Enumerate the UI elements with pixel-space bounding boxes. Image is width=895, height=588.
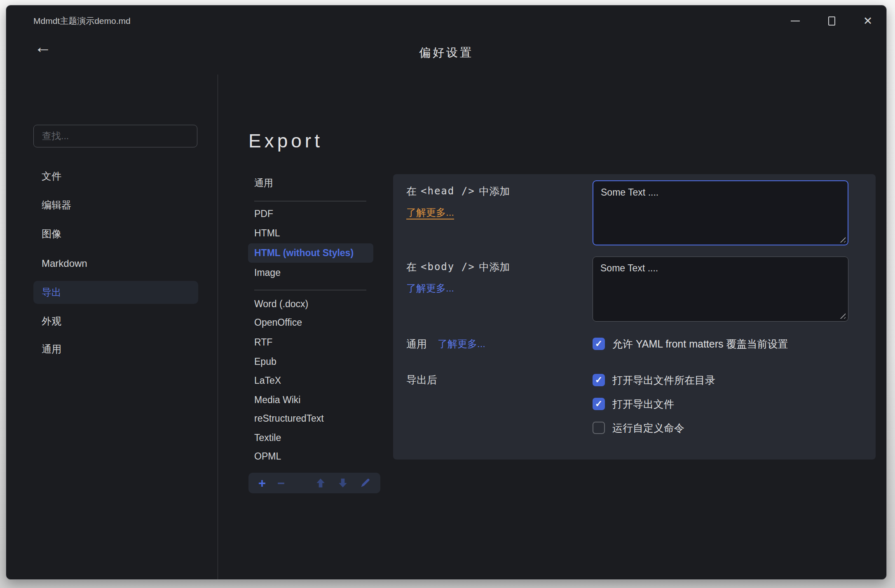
after-export-label-text: 导出后 bbox=[406, 373, 437, 387]
minimize-icon bbox=[791, 21, 800, 21]
body-label-suffix: 中添加 bbox=[479, 260, 510, 274]
close-button[interactable]: ✕ bbox=[860, 14, 876, 28]
body-learn-more-link[interactable]: 了解更多... bbox=[406, 282, 454, 295]
checkbox-checked-icon: ✓ bbox=[593, 398, 605, 410]
open-export-folder-checkbox[interactable]: ✓ 打开导出文件所在目录 bbox=[593, 372, 715, 388]
sidebar-item-file[interactable]: 文件 bbox=[33, 165, 198, 188]
open-export-file-checkbox[interactable]: ✓ 打开导出文件 bbox=[593, 396, 674, 412]
arrow-down-icon bbox=[337, 478, 348, 488]
check-icon: ✓ bbox=[595, 339, 602, 348]
sidebar-divider bbox=[218, 75, 218, 579]
add-format-button[interactable]: + bbox=[258, 477, 266, 490]
sidebar-item-appearance[interactable]: 外观 bbox=[33, 310, 198, 333]
checkbox-checked-icon: ✓ bbox=[593, 374, 605, 386]
page-title: 偏好设置 bbox=[6, 45, 886, 61]
checkbox-label: 允许 YAML front matters 覆盖当前设置 bbox=[612, 337, 788, 351]
export-nav-restructuredtext[interactable]: reStructuredText bbox=[248, 409, 373, 428]
export-nav-opml[interactable]: OPML bbox=[248, 447, 373, 466]
sidebar-item-image[interactable]: 图像 bbox=[33, 222, 198, 245]
maximize-icon bbox=[828, 16, 835, 26]
head-append-label: 在 <head /> 中添加 bbox=[406, 183, 510, 199]
general-learn-more-link[interactable]: 了解更多... bbox=[438, 337, 485, 350]
general-row: 通用 了解更多... bbox=[406, 336, 485, 352]
head-learn-more-row: 了解更多... bbox=[406, 205, 454, 220]
checkbox-label: 打开导出文件所在目录 bbox=[612, 373, 715, 387]
export-nav-pdf[interactable]: PDF bbox=[248, 204, 373, 224]
move-down-button[interactable] bbox=[337, 478, 348, 488]
export-nav-openoffice[interactable]: OpenOffice bbox=[248, 313, 373, 332]
sidebar-item-export[interactable]: 导出 bbox=[33, 281, 198, 304]
body-append-textarea[interactable]: Some Text .... bbox=[593, 257, 848, 322]
sidebar-item-general[interactable]: 通用 bbox=[33, 338, 198, 361]
window-controls: ✕ bbox=[787, 14, 876, 28]
after-export-label: 导出后 bbox=[406, 372, 437, 387]
checkbox-label: 运行自定义命令 bbox=[612, 421, 684, 435]
head-label-prefix: 在 bbox=[406, 184, 417, 198]
search-input[interactable] bbox=[33, 125, 197, 147]
close-icon: ✕ bbox=[863, 16, 873, 27]
checkbox-checked-icon: ✓ bbox=[593, 338, 605, 350]
sidebar-item-editor[interactable]: 编辑器 bbox=[33, 194, 198, 217]
minimize-button[interactable] bbox=[787, 14, 803, 28]
plus-icon: + bbox=[258, 476, 266, 490]
minus-icon: − bbox=[277, 476, 285, 490]
arrow-up-icon bbox=[315, 478, 326, 488]
sidebar-item-markdown[interactable]: Markdown bbox=[33, 252, 198, 275]
checkbox-label: 打开导出文件 bbox=[612, 397, 674, 411]
preferences-window: Mdmdt主题演示demo.md ✕ ← 偏好设置 文件 编辑器 图像 Mark… bbox=[6, 5, 887, 580]
sidebar-search bbox=[33, 125, 197, 147]
export-nav-mediawiki[interactable]: Media Wiki bbox=[248, 390, 373, 410]
export-nav-html[interactable]: HTML bbox=[248, 224, 373, 243]
head-append-textarea[interactable]: Some Text .... bbox=[593, 180, 848, 245]
format-list-toolbar: + − bbox=[248, 473, 380, 493]
move-up-button[interactable] bbox=[315, 478, 326, 488]
body-label-prefix: 在 bbox=[406, 260, 417, 274]
desktop-background: Mdmdt主题演示demo.md ✕ ← 偏好设置 文件 编辑器 图像 Mark… bbox=[0, 0, 895, 588]
window-title: Mdmdt主题演示demo.md bbox=[33, 15, 131, 27]
export-nav-html-without-styles[interactable]: HTML (without Styles) bbox=[248, 243, 373, 263]
edit-format-button[interactable] bbox=[360, 478, 370, 488]
edit-pencil-icon bbox=[360, 478, 370, 488]
body-append-label: 在 <body /> 中添加 bbox=[406, 259, 510, 275]
body-textarea-wrap: Some Text .... bbox=[593, 257, 848, 322]
export-nav-latex[interactable]: LaTeX bbox=[248, 371, 373, 390]
export-nav-word[interactable]: Word (.docx) bbox=[248, 294, 373, 314]
export-nav-general[interactable]: 通用 bbox=[248, 173, 373, 193]
yaml-override-checkbox[interactable]: ✓ 允许 YAML front matters 覆盖当前设置 bbox=[593, 336, 788, 352]
section-title: Export bbox=[248, 130, 323, 152]
body-learn-more-row: 了解更多... bbox=[406, 280, 454, 296]
head-label-suffix: 中添加 bbox=[479, 184, 510, 198]
nav-divider bbox=[254, 290, 366, 290]
checkbox-unchecked-icon bbox=[593, 422, 605, 434]
maximize-button[interactable] bbox=[824, 14, 839, 28]
export-nav-textile[interactable]: Textile bbox=[248, 428, 373, 448]
export-nav-image[interactable]: Image bbox=[248, 263, 373, 282]
export-nav-rtf[interactable]: RTF bbox=[248, 333, 373, 352]
settings-panel: 在 <head /> 中添加 了解更多... Some Text .... 在 … bbox=[393, 174, 876, 460]
remove-format-button[interactable]: − bbox=[277, 477, 285, 490]
head-textarea-wrap: Some Text .... bbox=[593, 180, 848, 245]
nav-divider bbox=[254, 201, 366, 201]
check-icon: ✓ bbox=[595, 399, 602, 408]
head-label-code: <head /> bbox=[421, 185, 475, 197]
run-custom-command-checkbox[interactable]: 运行自定义命令 bbox=[593, 420, 684, 436]
check-icon: ✓ bbox=[595, 376, 602, 385]
export-nav-epub[interactable]: Epub bbox=[248, 352, 373, 371]
body-label-code: <body /> bbox=[421, 261, 475, 273]
head-learn-more-link[interactable]: 了解更多... bbox=[406, 206, 454, 219]
general-label: 通用 bbox=[406, 337, 427, 351]
